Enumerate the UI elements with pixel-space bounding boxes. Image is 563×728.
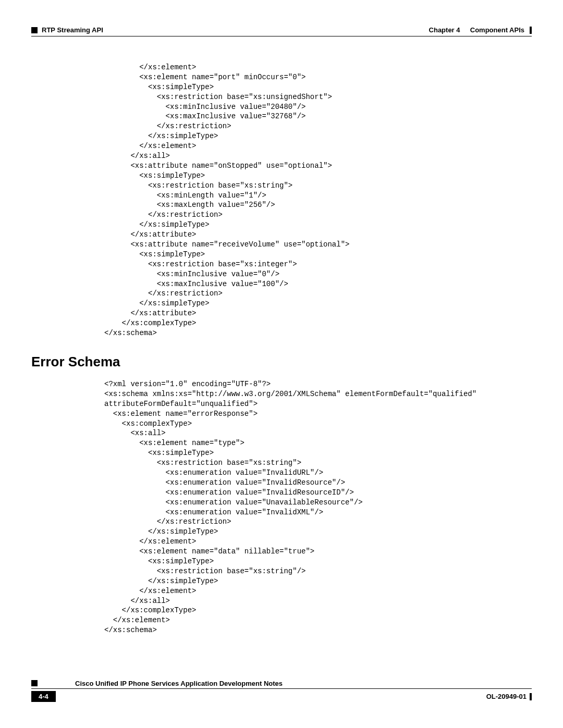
chapter-name: Component APIs — [470, 26, 524, 34]
doc-id-text: OL-20949-01 — [486, 693, 527, 700]
xml-code-block-2: <?xml version="1.0" encoding="UTF-8"?> <… — [104, 379, 532, 635]
header-rule-icon — [530, 27, 532, 34]
chapter-label: Chapter 4 — [429, 26, 460, 34]
footer-marker-icon — [31, 680, 38, 686]
section-label: RTP Streaming API — [42, 26, 103, 34]
page-number-badge: 4-4 — [31, 691, 56, 702]
footer-rule-icon — [530, 693, 532, 700]
chapter-title: Chapter 4 Component APIs — [429, 26, 532, 34]
page-header: RTP Streaming API Chapter 4 Component AP… — [31, 26, 532, 34]
page-footer: Cisco Unified IP Phone Services Applicat… — [31, 680, 532, 702]
section-indicator: RTP Streaming API — [31, 26, 103, 34]
section-marker-icon — [31, 27, 38, 33]
xml-code-block-1: </xs:element> <xs:element name="port" mi… — [104, 63, 532, 338]
error-schema-heading: Error Schema — [31, 354, 532, 370]
header-divider — [31, 36, 532, 36]
doc-id: OL-20949-01 — [486, 693, 532, 700]
footer-book-title: Cisco Unified IP Phone Services Applicat… — [44, 680, 532, 687]
